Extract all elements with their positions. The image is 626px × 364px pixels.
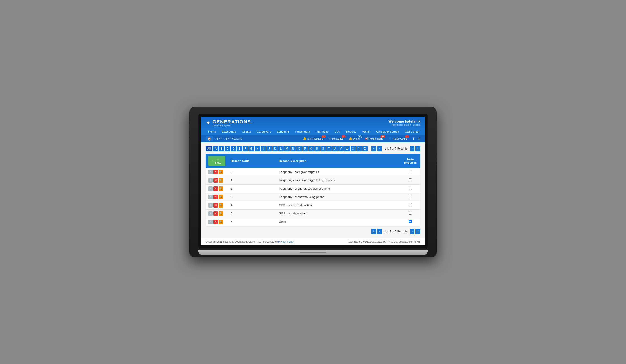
privacy-policy-link[interactable]: Privacy Policy	[278, 240, 293, 243]
alerts-count: 0	[358, 135, 362, 138]
pagination-top: « ‹ 1 to 7 of 7 Records › »	[371, 146, 421, 151]
edit-icon[interactable]: ✎	[208, 186, 213, 191]
note-required-checkbox[interactable]	[409, 195, 412, 198]
alpha-btn-t[interactable]: T	[326, 146, 332, 151]
adjust-resolution-link[interactable]: Adjust Resolution	[392, 123, 411, 126]
edit-icon[interactable]: ✎	[208, 170, 213, 174]
next-page-top[interactable]: ›	[410, 146, 414, 151]
alpha-btn-m[interactable]: M	[284, 146, 290, 151]
last-page-top[interactable]: »	[415, 146, 421, 151]
footer-copyright: Copyright 2021 Integrated Database Syste…	[205, 240, 294, 243]
nav-timesheets[interactable]: Timesheets	[292, 128, 313, 135]
alpha-btn-f[interactable]: F	[243, 146, 248, 151]
reason-description-cell: GPS - Location Issue	[276, 209, 400, 218]
delete-icon[interactable]: ✕	[213, 211, 218, 216]
delete-icon[interactable]: ✕	[213, 203, 218, 207]
alpha-btn-b[interactable]: B	[219, 146, 224, 151]
edit-icon[interactable]: ✎	[208, 203, 213, 207]
alpha-btn-c[interactable]: C	[225, 146, 230, 151]
alpha-btn-z[interactable]: Z	[362, 146, 368, 151]
breadcrumb-evv-reasons[interactable]: EVV Reasons	[226, 137, 242, 140]
search-icon[interactable]: 🔍	[219, 170, 223, 174]
delete-icon[interactable]: ✕	[213, 220, 218, 224]
plus-icon: +	[211, 159, 213, 162]
search-icon[interactable]: 🔍	[219, 220, 223, 224]
alpha-btn-i[interactable]: I	[261, 146, 266, 151]
alpha-btn-l[interactable]: L	[278, 146, 283, 151]
note-required-checkbox[interactable]	[409, 170, 412, 173]
alpha-btn-a[interactable]: A	[213, 146, 218, 151]
nav-schedule[interactable]: Schedule	[274, 128, 292, 135]
nav-admin[interactable]: Admin	[359, 128, 373, 135]
alpha-btn-j[interactable]: J	[267, 146, 272, 151]
first-page-top[interactable]: «	[371, 146, 376, 151]
search-icon[interactable]: 🔍	[219, 195, 223, 199]
col-reason-code: Reason Code	[228, 154, 276, 168]
breadcrumb-evv[interactable]: EVV	[217, 137, 222, 140]
alerts-badge[interactable]: Alerts 0	[349, 137, 359, 140]
upload-button[interactable]	[412, 137, 415, 140]
delete-icon[interactable]: ✕	[213, 178, 218, 183]
alpha-btn-u[interactable]: U	[332, 146, 338, 151]
nav-reports[interactable]: Reports	[343, 128, 359, 135]
new-button[interactable]: + + New	[208, 156, 225, 166]
nav-caregiver-search[interactable]: Caregiver Search	[373, 128, 402, 135]
note-required-checkbox[interactable]	[409, 187, 412, 190]
alpha-btn-e[interactable]: E	[237, 146, 242, 151]
next-page-bottom[interactable]: ›	[410, 229, 414, 234]
alpha-btn-s[interactable]: S	[320, 146, 326, 151]
search-icon[interactable]: 🔍	[219, 211, 223, 216]
delete-icon[interactable]: ✕	[213, 170, 218, 174]
shift-requests-badge[interactable]: Shift Requests 3	[303, 137, 324, 140]
note-required-checkbox[interactable]	[409, 220, 412, 223]
note-required-checkbox[interactable]	[409, 178, 412, 181]
alpha-btn-n[interactable]: N	[290, 146, 296, 151]
alpha-btn-o[interactable]: O	[296, 146, 302, 151]
edit-icon[interactable]: ✎	[208, 211, 213, 216]
nav-home[interactable]: Home	[205, 128, 219, 135]
logout-link[interactable]: Logout	[413, 123, 421, 126]
last-page-bottom[interactable]: »	[415, 229, 421, 234]
alpha-btn-w[interactable]: W	[344, 146, 350, 151]
nav-help[interactable]: Help	[423, 128, 425, 135]
page-info-top: 1 to 7 of 7 Records	[383, 147, 409, 150]
edit-icon[interactable]: ✎	[208, 178, 213, 183]
alpha-btn-all[interactable]: All	[205, 146, 212, 151]
settings-button[interactable]	[418, 137, 421, 140]
action-icons: ✎ ✕ 🔍	[208, 178, 225, 183]
home-button[interactable]: 🏠	[205, 136, 213, 141]
note-required-checkbox[interactable]	[409, 203, 412, 206]
alpha-btn-q[interactable]: Q	[308, 146, 314, 151]
messages-badge[interactable]: Messages 1	[329, 137, 343, 140]
prev-page-bottom[interactable]: ‹	[377, 229, 382, 234]
prev-page-top[interactable]: ‹	[377, 146, 382, 151]
nav-caregivers[interactable]: Caregivers	[254, 128, 274, 135]
nav-dashboard[interactable]: Dashboard	[219, 128, 239, 135]
first-page-bottom[interactable]: «	[371, 229, 376, 234]
search-icon[interactable]: 🔍	[219, 203, 223, 207]
alpha-btn-v[interactable]: V	[338, 146, 344, 151]
search-icon[interactable]: 🔍	[219, 186, 223, 191]
alpha-btn-k[interactable]: K	[272, 146, 278, 151]
alpha-btn-r[interactable]: R	[314, 146, 320, 151]
edit-icon[interactable]: ✎	[208, 220, 213, 224]
note-required-checkbox[interactable]	[409, 211, 412, 215]
nav-evv[interactable]: EVV	[332, 128, 343, 135]
alpha-btn-d[interactable]: D	[231, 146, 236, 151]
reason-code-cell: 3	[228, 193, 276, 201]
notifications-badge[interactable]: Notifications 81	[365, 137, 383, 140]
alpha-btn-g[interactable]: G	[248, 146, 254, 151]
active-users-badge[interactable]: Active Users 1	[388, 137, 407, 140]
nav-interfaces[interactable]: Interfaces	[313, 128, 331, 135]
alpha-btn-h[interactable]: H	[255, 146, 260, 151]
alpha-btn-p[interactable]: P	[302, 146, 308, 151]
alpha-btn-y[interactable]: Y	[356, 146, 362, 151]
search-icon[interactable]: 🔍	[219, 178, 223, 183]
delete-icon[interactable]: ✕	[213, 186, 218, 191]
nav-call-center[interactable]: Call Center	[402, 128, 422, 135]
edit-icon[interactable]: ✎	[208, 195, 213, 199]
delete-icon[interactable]: ✕	[213, 195, 218, 199]
alpha-btn-x[interactable]: X	[351, 146, 356, 151]
action-icons: ✎ ✕ 🔍	[208, 186, 225, 191]
nav-clients[interactable]: Clients	[239, 128, 254, 135]
